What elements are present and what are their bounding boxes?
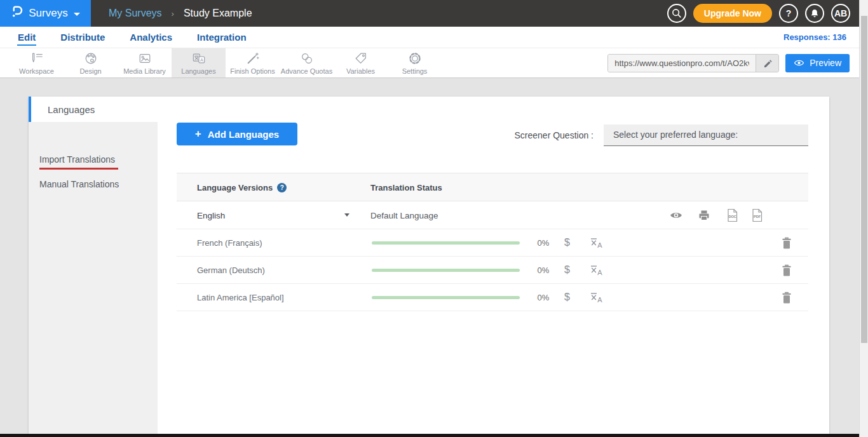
- toolbar-label: Languages: [181, 67, 215, 75]
- view-survey-icon[interactable]: [669, 210, 683, 221]
- variables-tag-icon: [354, 51, 368, 65]
- bell-icon: [810, 8, 820, 19]
- languages-table: Language Versions ? Translation Status E…: [177, 173, 808, 311]
- toolbar-label: Advance Quotas: [281, 67, 332, 75]
- avatar[interactable]: AB: [831, 4, 850, 23]
- edit-url-button[interactable]: [756, 55, 778, 72]
- svg-text:A: A: [597, 241, 602, 249]
- top-header: Surveys My Surveys › Study Example Upgra…: [0, 0, 868, 27]
- paid-translation-icon[interactable]: $: [564, 264, 570, 276]
- toolbar-item-workspace[interactable]: Workspace: [10, 48, 64, 77]
- breadcrumb-current-survey: Study Example: [184, 8, 252, 19]
- responses-count[interactable]: Responses: 136: [783, 32, 846, 42]
- breadcrumb-separator: ›: [172, 9, 174, 18]
- toolbar-label: Workspace: [19, 67, 54, 75]
- delete-language-icon[interactable]: [782, 264, 792, 276]
- language-name: English: [197, 210, 225, 220]
- finish-options-wand-icon: [246, 51, 260, 65]
- default-language-label: Default Language: [370, 210, 438, 220]
- languages-sidebar: Import Translations Manual Translations: [29, 122, 158, 434]
- translation-progress-bar: [372, 269, 520, 272]
- survey-url-input[interactable]: [608, 55, 756, 72]
- table-row-german: German (Deutsch) 0% $ A: [177, 257, 808, 284]
- progress-percent: 0%: [532, 293, 554, 302]
- language-name: French (Français): [197, 238, 262, 248]
- toolbar-item-settings[interactable]: Settings: [388, 48, 442, 77]
- toolbar-item-design[interactable]: Design: [64, 48, 118, 77]
- sidebar-item-manual-translations[interactable]: Manual Translations: [39, 179, 119, 189]
- design-palette-icon: [84, 51, 98, 65]
- notifications-button[interactable]: [805, 4, 824, 23]
- toolbar-item-media-library[interactable]: Media Library: [118, 48, 172, 77]
- auto-translate-icon[interactable]: A: [590, 237, 604, 249]
- toolbar-label: Variables: [346, 67, 375, 75]
- paid-translation-icon[interactable]: $: [564, 237, 570, 248]
- svg-text:DOC: DOC: [728, 215, 736, 218]
- window-bottom-edge: [0, 434, 868, 437]
- tab-distribute[interactable]: Distribute: [60, 29, 105, 46]
- svg-text:A: A: [597, 269, 602, 276]
- paid-translation-icon[interactable]: $: [564, 292, 570, 303]
- toolbar-item-finish-options[interactable]: Finish Options: [226, 48, 280, 77]
- search-button[interactable]: [667, 4, 686, 23]
- main-tabs: Edit Distribute Analytics Integration: [17, 29, 247, 46]
- print-icon[interactable]: [698, 210, 710, 221]
- add-languages-label: Add Languages: [208, 129, 280, 140]
- preview-button[interactable]: Preview: [785, 54, 850, 72]
- svg-text:A: A: [200, 57, 203, 62]
- help-button[interactable]: ?: [779, 4, 798, 23]
- sidebar-item-import-translations[interactable]: Import Translations: [39, 154, 115, 165]
- table-row-french: French (Français) 0% $ A: [177, 229, 808, 257]
- auto-translate-icon[interactable]: A: [590, 292, 604, 304]
- table-header-row: Language Versions ? Translation Status: [177, 173, 808, 201]
- workspace-icon: [30, 51, 44, 65]
- import-translations-red-underline: [39, 168, 118, 170]
- language-name: Latin America [Español]: [197, 293, 284, 302]
- surveys-menu-label: Surveys: [29, 7, 67, 20]
- scrollbar-thumb[interactable]: [861, 16, 867, 343]
- page-title: Languages: [48, 104, 95, 115]
- survey-toolbar: Workspace Design Media Library A Languag…: [0, 48, 868, 78]
- tab-analytics[interactable]: Analytics: [129, 29, 173, 46]
- toolbar-item-languages[interactable]: A Languages: [172, 48, 226, 77]
- media-library-icon: [138, 51, 152, 65]
- table-row-english: English Default Language DOC PDF: [177, 201, 808, 229]
- settings-gear-icon: [408, 51, 422, 65]
- page-scrollbar[interactable]: [859, 0, 868, 437]
- header-actions: Upgrade Now ? AB: [667, 4, 850, 23]
- search-icon: [670, 7, 683, 20]
- language-name: German (Deutsch): [197, 266, 265, 275]
- translation-progress-bar: [372, 296, 520, 299]
- survey-url-group: [607, 54, 779, 72]
- delete-language-icon[interactable]: [782, 292, 792, 304]
- tab-edit[interactable]: Edit: [17, 29, 36, 46]
- upgrade-now-button[interactable]: Upgrade Now: [693, 4, 772, 23]
- languages-panel: Languages Import Translations Manual Tra…: [29, 97, 829, 434]
- export-doc-icon[interactable]: DOC: [726, 208, 739, 222]
- export-pdf-icon[interactable]: PDF: [750, 208, 764, 222]
- screener-question-select[interactable]: Select your preferred language:: [604, 124, 808, 146]
- toolbar-label: Media Library: [123, 67, 166, 75]
- languages-icon: A: [192, 51, 206, 65]
- svg-text:PDF: PDF: [754, 215, 761, 218]
- advance-quotas-links-icon: [300, 51, 314, 65]
- auto-translate-icon[interactable]: A: [590, 264, 604, 276]
- svg-text:A: A: [597, 296, 602, 304]
- column-header-translation-status: Translation Status: [370, 183, 442, 192]
- toolbar-label: Design: [79, 67, 101, 75]
- language-dropdown-caret-icon[interactable]: [344, 213, 349, 217]
- delete-language-icon[interactable]: [782, 237, 792, 249]
- add-languages-button[interactable]: + Add Languages: [177, 123, 297, 145]
- toolbar-item-advance-quotas[interactable]: Advance Quotas: [280, 48, 334, 77]
- tab-bar: Edit Distribute Analytics Integration Re…: [0, 27, 868, 48]
- toolbar-label: Settings: [402, 67, 428, 75]
- pencil-icon: [763, 58, 773, 68]
- translation-progress-bar: [372, 241, 520, 245]
- tab-integration[interactable]: Integration: [196, 29, 247, 46]
- breadcrumb-my-surveys[interactable]: My Surveys: [109, 8, 162, 19]
- help-icon[interactable]: ?: [277, 183, 287, 192]
- toolbar-item-variables[interactable]: Variables: [334, 48, 388, 77]
- preview-eye-icon: [794, 58, 804, 67]
- surveys-menu-button[interactable]: Surveys: [0, 0, 91, 27]
- screener-question-label: Screener Question :: [445, 130, 593, 140]
